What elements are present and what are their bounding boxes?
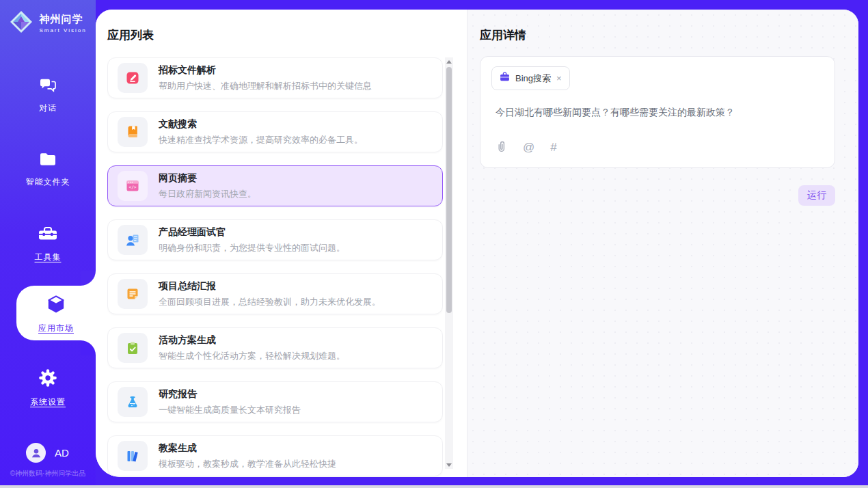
run-button[interactable]: 运行 <box>798 185 835 206</box>
app-logo: 神州问学 Smart Vision <box>0 10 96 37</box>
user-account[interactable]: AD <box>26 443 69 463</box>
svg-text:</>: </> <box>128 185 136 189</box>
briefcase-icon <box>499 71 511 85</box>
bubble-connector-top <box>81 271 96 286</box>
list-item-title: 招标文件解析 <box>159 64 372 77</box>
list-item-pm-interviewer[interactable]: 产品经理面试官 明确身份和职责，为您提供专业性的面试问题。 <box>107 219 443 260</box>
gear-icon <box>38 379 58 390</box>
app-list-panel: 应用列表 招标文件解析 帮助用户快速、准确地理解和解析招标书中的关键信息 <box>96 10 467 477</box>
list-item-title: 活动方案生成 <box>159 334 345 347</box>
input-toolbar: @ # <box>491 139 824 158</box>
avatar <box>26 443 46 463</box>
sidebar-item-toolset[interactable]: 工具集 <box>0 224 96 263</box>
app-list-title: 应用列表 <box>107 27 154 43</box>
list-item-desc: 一键智能生成高质量长文本研究报告 <box>159 404 301 416</box>
person-icon <box>30 447 42 459</box>
list-item-desc: 快速精准查找学术资源，提高研究效率的必备工具。 <box>159 134 363 146</box>
close-icon[interactable]: × <box>556 73 562 83</box>
books-icon <box>118 441 148 471</box>
sidebar-item-label: 智能文件夹 <box>0 176 96 188</box>
app-detail-panel: 应用详情 Bing搜索 × 今日湖北有哪些新闻要点？有哪些需要关注的最新政策？ <box>467 10 858 477</box>
list-item-desc: 模板驱动，教案秒成，教学准备从此轻松快捷 <box>159 458 336 470</box>
sidebar-item-label: 应用市场 <box>16 323 96 334</box>
note-icon <box>118 279 148 309</box>
list-item-desc: 每日政府新闻资讯快查。 <box>159 188 256 200</box>
logo-title: 神州问学 <box>39 13 86 26</box>
sidebar-item-label: 对话 <box>0 103 96 114</box>
list-item-title: 教案生成 <box>159 442 336 455</box>
mention-icon[interactable]: @ <box>523 141 534 154</box>
book-icon <box>118 117 148 147</box>
toolbox-icon <box>37 234 59 245</box>
bubble-connector-bottom <box>81 340 96 355</box>
list-item-title: 网页摘要 <box>159 172 256 185</box>
list-item-event-plan[interactable]: 活动方案生成 智能生成个性化活动方案，轻松解决规划难题。 <box>107 327 443 368</box>
logo-text: 神州问学 Smart Vision <box>39 13 86 33</box>
hash-icon[interactable]: # <box>550 141 556 154</box>
paperclip-icon[interactable] <box>496 139 507 155</box>
copyright-text: ©神州数码·神州问学出品 <box>0 469 96 478</box>
scrollbar-up-arrow-icon[interactable] <box>445 57 453 66</box>
list-item-title: 文献搜索 <box>159 118 363 131</box>
clipboard-check-icon <box>118 333 148 363</box>
sidebar-item-settings[interactable]: 系统设置 <box>0 368 96 408</box>
list-item-desc: 智能生成个性化活动方案，轻松解决规划难题。 <box>159 350 345 362</box>
sidebar-item-label: 工具集 <box>0 252 96 263</box>
sidebar-item-chat[interactable]: 对话 <box>0 75 96 114</box>
cube-icon <box>45 306 67 318</box>
doc-edit-icon <box>118 63 148 93</box>
scrollbar-down-arrow-icon[interactable] <box>445 461 453 469</box>
list-item-title: 研究报告 <box>159 388 301 401</box>
bottom-edge-strip <box>0 485 868 488</box>
webpage-code-icon: </> <box>118 171 148 201</box>
sidebar-item-label: 系统设置 <box>0 396 96 408</box>
research-flask-icon <box>118 387 148 417</box>
list-item-desc: 明确身份和职责，为您提供专业性的面试问题。 <box>159 242 345 254</box>
diamond-logo-icon <box>9 10 33 37</box>
interviewer-icon <box>118 225 148 255</box>
tool-tag-label: Bing搜索 <box>515 72 551 85</box>
list-item-desc: 全面回顾项目进展，总结经验教训，助力未来优化发展。 <box>159 296 381 308</box>
list-item-literature-search[interactable]: 文献搜索 快速精准查找学术资源，提高研究效率的必备工具。 <box>107 111 443 152</box>
list-item-webpage-summary[interactable]: </> 网页摘要 每日政府新闻资讯快查。 <box>107 165 443 206</box>
list-item-project-summary[interactable]: 项目总结汇报 全面回顾项目进展，总结经验教训，助力未来优化发展。 <box>107 273 443 314</box>
logo-subtitle: Smart Vision <box>39 27 86 33</box>
list-item-title: 项目总结汇报 <box>159 280 381 293</box>
list-item-title: 产品经理面试官 <box>159 226 345 239</box>
list-item-lesson-plan[interactable]: 教案生成 模板驱动，教案秒成，教学准备从此轻松快捷 <box>107 435 443 476</box>
sidebar-item-app-market[interactable]: 应用市场 <box>16 286 96 340</box>
prompt-input-card[interactable]: Bing搜索 × 今日湖北有哪些新闻要点？有哪些需要关注的最新政策？ @ # <box>480 56 835 168</box>
chat-icon <box>38 85 58 96</box>
tool-tag-bing-search[interactable]: Bing搜索 × <box>491 66 570 90</box>
list-item-research-report[interactable]: 研究报告 一键智能生成高质量长文本研究报告 <box>107 381 443 422</box>
main-content: 应用列表 招标文件解析 帮助用户快速、准确地理解和解析招标书中的关键信息 <box>96 10 858 477</box>
sidebar-item-smart-folder[interactable]: 智能文件夹 <box>0 150 96 188</box>
user-initials: AD <box>55 447 69 459</box>
query-input[interactable]: 今日湖北有哪些新闻要点？有哪些需要关注的最新政策？ <box>496 107 824 139</box>
app-list: 招标文件解析 帮助用户快速、准确地理解和解析招标书中的关键信息 文献搜索 快速精… <box>107 57 443 477</box>
sidebar: 神州问学 Smart Vision 对话 智能文件夹 <box>0 0 96 488</box>
folder-icon <box>38 159 58 170</box>
app-detail-title: 应用详情 <box>480 27 526 43</box>
scrollbar-thumb[interactable] <box>446 67 452 313</box>
list-scrollbar[interactable] <box>445 57 453 469</box>
list-item-bid-analysis[interactable]: 招标文件解析 帮助用户快速、准确地理解和解析招标书中的关键信息 <box>107 57 443 98</box>
run-row: 运行 <box>480 185 835 206</box>
list-item-desc: 帮助用户快速、准确地理解和解析招标书中的关键信息 <box>159 80 372 92</box>
